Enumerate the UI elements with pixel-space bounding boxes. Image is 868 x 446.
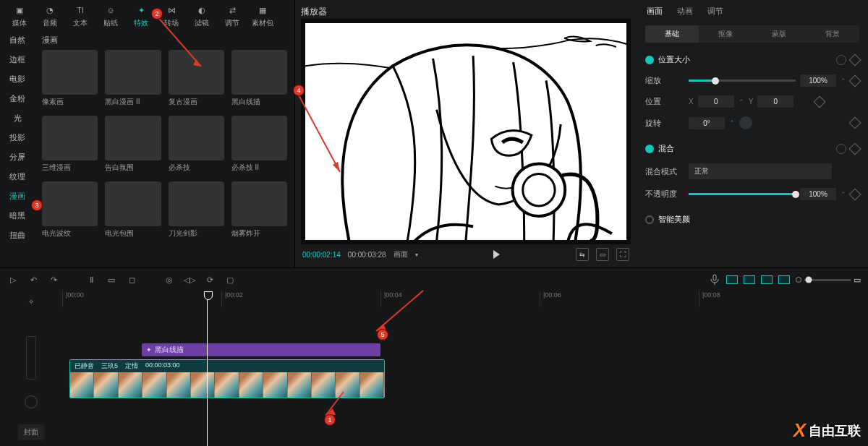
- timeline-body[interactable]: |00:00|00:02|00:04|00:06|00:08 黑白线描 已静音 …: [62, 291, 868, 446]
- rotate-button[interactable]: ⟳: [204, 274, 216, 286]
- pointer-tool[interactable]: ▷: [7, 274, 19, 286]
- clip-name: 三玖5: [101, 361, 118, 371]
- keyframe-icon[interactable]: [814, 95, 826, 108]
- cover-button[interactable]: 封面: [18, 424, 44, 440]
- prop-subtab-2[interactable]: 蒙版: [752, 25, 806, 43]
- video-clip[interactable]: 已静音 三玖5 定情 00:00:03:00: [69, 359, 385, 398]
- playhead[interactable]: [207, 291, 208, 446]
- mark-button[interactable]: ◻: [126, 274, 137, 286]
- snap-opt-4[interactable]: [778, 275, 790, 284]
- fullscreen-button[interactable]: ⛶: [616, 248, 629, 261]
- crop-button[interactable]: ▢: [224, 274, 236, 286]
- effect-thumb-10[interactable]: 刀光剑影: [169, 181, 224, 239]
- pos-x-input[interactable]: [698, 95, 734, 108]
- reset-icon[interactable]: [836, 144, 846, 154]
- rotation-input[interactable]: [689, 117, 725, 129]
- effect-thumb-5[interactable]: 告白氛围: [105, 116, 161, 173]
- split-button[interactable]: Ⅱ: [85, 274, 97, 286]
- category-6[interactable]: 分屏: [0, 147, 35, 167]
- blend-mode-label: 混合模式: [645, 166, 684, 177]
- top-tab-6[interactable]: ◐滤镜: [187, 4, 217, 28]
- annotation-4: 4: [294, 85, 304, 95]
- effects-grid: 像素画黑白漫画 II复古漫画黑白线描三维漫画告白氛围必杀技必杀技 II电光波纹电…: [42, 50, 287, 239]
- time-ruler[interactable]: |00:00|00:02|00:04|00:06|00:08: [62, 291, 868, 307]
- snap-opt-3[interactable]: [761, 275, 773, 284]
- time-total: 00:00:03:28: [348, 251, 386, 259]
- top-tab-8[interactable]: ▦素材包: [247, 4, 278, 28]
- category-2[interactable]: 电影: [0, 69, 35, 89]
- effect-thumb-6[interactable]: 必杀技: [169, 116, 224, 173]
- effect-clip[interactable]: 黑白线描: [142, 343, 380, 356]
- snap-opt-1[interactable]: [726, 275, 738, 284]
- svg-text:⋈: ⋈: [168, 6, 176, 14]
- opacity-slider[interactable]: [689, 193, 796, 195]
- compare-button[interactable]: ⇆: [576, 248, 589, 261]
- redo-button[interactable]: ↷: [48, 274, 59, 286]
- play-button[interactable]: [493, 250, 500, 259]
- effect-thumb-9[interactable]: 电光包围: [105, 181, 161, 239]
- effect-thumb-2[interactable]: 复古漫画: [169, 50, 224, 107]
- category-8[interactable]: 漫画: [0, 186, 35, 206]
- keyframe-icon[interactable]: [849, 117, 861, 129]
- blend-toggle[interactable]: [645, 145, 654, 153]
- zoom-slider[interactable]: ▭: [796, 275, 861, 285]
- opacity-input[interactable]: [800, 188, 836, 200]
- prop-subtab-3[interactable]: 背景: [806, 25, 859, 43]
- category-5[interactable]: 投影: [0, 128, 35, 147]
- scale-input[interactable]: [800, 74, 836, 87]
- pos-size-toggle[interactable]: [645, 56, 654, 64]
- effect-thumb-7[interactable]: 必杀技 II: [231, 116, 287, 173]
- track-mute-icon[interactable]: [25, 395, 38, 408]
- effect-thumb-11[interactable]: 烟雾炸开: [231, 181, 287, 239]
- svg-text:▣: ▣: [16, 6, 23, 14]
- category-4[interactable]: 光: [0, 108, 35, 128]
- svg-text:⇄: ⇄: [229, 6, 236, 14]
- undo-button[interactable]: ↶: [27, 274, 39, 286]
- aspect-mode[interactable]: 画面: [393, 249, 408, 260]
- prop-tab-0[interactable]: 画面: [647, 6, 663, 17]
- opacity-label: 不透明度: [645, 189, 684, 200]
- scale-slider[interactable]: [689, 80, 796, 82]
- track-toggle-icon[interactable]: ✧: [28, 298, 34, 306]
- record-button[interactable]: ◎: [163, 274, 175, 286]
- keyframe-icon[interactable]: [849, 53, 861, 66]
- blend-mode-select[interactable]: 正常: [689, 163, 832, 179]
- effect-thumb-4[interactable]: 三维漫画: [42, 116, 98, 173]
- prop-subtab-1[interactable]: 抠像: [699, 25, 752, 43]
- prop-tab-1[interactable]: 动画: [677, 6, 693, 17]
- top-tab-7[interactable]: ⇄调节: [217, 4, 247, 28]
- beauty-toggle[interactable]: [645, 215, 654, 224]
- category-7[interactable]: 纹理: [0, 167, 35, 186]
- snap-opt-2[interactable]: [744, 275, 755, 284]
- category-10[interactable]: 扭曲: [0, 226, 35, 245]
- top-tab-3[interactable]: ☺贴纸: [95, 4, 126, 28]
- track-stub[interactable]: [26, 336, 36, 379]
- category-1[interactable]: 边框: [0, 50, 35, 69]
- ratio-button[interactable]: ▭: [596, 248, 609, 261]
- effect-thumb-0[interactable]: 像素画: [42, 50, 98, 107]
- prop-subtab-0[interactable]: 基础: [645, 25, 699, 43]
- scale-label: 缩放: [645, 75, 684, 86]
- svg-text:◔: ◔: [46, 6, 54, 14]
- effect-thumb-3[interactable]: 黑白线描: [231, 50, 287, 107]
- category-3[interactable]: 金粉: [0, 89, 35, 108]
- delete-button[interactable]: ▭: [106, 274, 117, 286]
- annotation-5: 5: [378, 330, 388, 340]
- keyframe-icon[interactable]: [849, 188, 861, 200]
- mic-icon[interactable]: [709, 274, 720, 286]
- section-beauty: 智能美颜: [658, 214, 859, 225]
- category-0[interactable]: 自然: [0, 30, 35, 50]
- effect-thumb-8[interactable]: 电光波纹: [42, 181, 98, 239]
- category-9[interactable]: 暗黑: [0, 206, 35, 226]
- prop-tab-2[interactable]: 调节: [707, 6, 723, 17]
- effect-thumb-1[interactable]: 黑白漫画 II: [105, 50, 161, 107]
- keyframe-icon[interactable]: [849, 142, 861, 155]
- keyframe-icon[interactable]: [849, 74, 861, 87]
- rotation-dial[interactable]: [739, 116, 752, 129]
- pos-y-input[interactable]: [757, 95, 793, 108]
- mirror-button[interactable]: ◁▷: [184, 274, 195, 286]
- top-tab-2[interactable]: TI文本: [65, 4, 95, 28]
- top-tab-1[interactable]: ◔音频: [35, 4, 65, 28]
- reset-icon[interactable]: [836, 55, 846, 65]
- top-tab-0[interactable]: ▣媒体: [4, 4, 35, 28]
